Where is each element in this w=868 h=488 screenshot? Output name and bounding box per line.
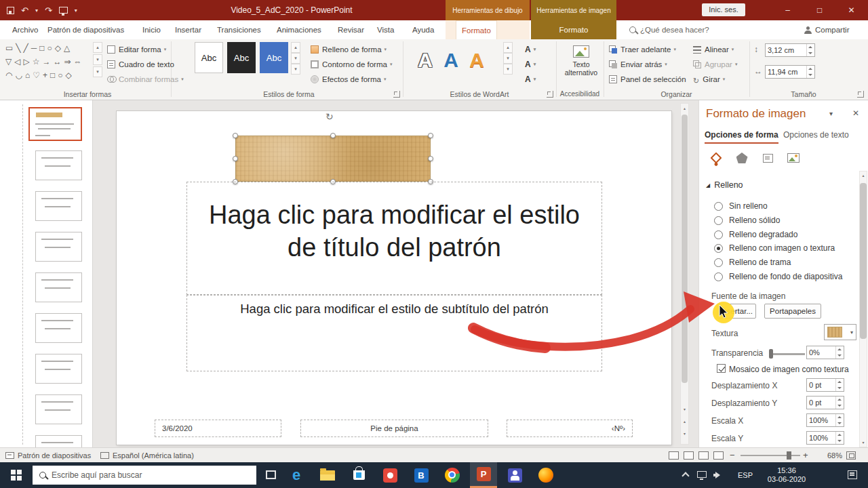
blue-b-app-icon[interactable]: B	[408, 462, 435, 488]
slide-thumbnail[interactable]	[35, 191, 82, 221]
shape-outline-button[interactable]: Contorno de forma	[311, 58, 392, 70]
scroll-down-icon[interactable]: ▾	[681, 405, 688, 414]
edit-shape-button[interactable]: Editar forma	[107, 43, 166, 56]
save-icon[interactable]	[7, 7, 14, 14]
slideshow-view-button[interactable]	[713, 451, 724, 460]
gallery-more-icon[interactable]: ▾	[503, 64, 513, 75]
title-placeholder[interactable]: Haga clic para modificar el estilo de tí…	[186, 182, 602, 295]
bring-forward-button[interactable]: Traer adelante	[609, 43, 676, 56]
pane-options-chevron-icon[interactable]: ▾	[829, 110, 833, 117]
zoom-in-button[interactable]: +	[803, 448, 808, 463]
slide-number-placeholder[interactable]: ‹Nº›	[507, 420, 633, 437]
tab-opciones-de-forma[interactable]: Opciones de forma	[705, 130, 778, 144]
radio-relleno-fondo[interactable]: Relleno de fondo de diapositiva	[714, 271, 842, 282]
selection-handle[interactable]	[233, 133, 238, 138]
zoom-level[interactable]: 68%	[818, 448, 842, 463]
transparency-input[interactable]	[807, 346, 835, 359]
spinner-up-icon[interactable]	[807, 44, 814, 50]
tell-me-box[interactable]: ¿Qué desea hacer?	[629, 20, 709, 39]
spinner-down-icon[interactable]	[836, 385, 844, 391]
tab-patron-de-diapositivas[interactable]: Patrón de diapositivas	[42, 20, 130, 39]
tile-checkbox[interactable]	[717, 364, 726, 373]
slide-thumbnail[interactable]	[35, 272, 82, 302]
store-icon[interactable]	[345, 462, 372, 488]
gallery-scroll-down-icon[interactable]: ▾	[503, 53, 513, 64]
selection-handle[interactable]	[428, 156, 433, 161]
zoom-slider-thumb[interactable]	[787, 451, 791, 460]
task-view-button[interactable]	[266, 470, 276, 479]
scale-y-input[interactable]	[807, 432, 835, 444]
scroll-down-icon[interactable]: ▾	[859, 438, 867, 447]
wordart-style-swatch[interactable]: A	[414, 41, 437, 80]
rotate-button[interactable]: ↻Girar	[693, 73, 725, 85]
slide-sorter-view-button[interactable]	[684, 451, 694, 460]
size-properties-category-icon[interactable]	[756, 149, 779, 167]
send-backward-button[interactable]: Enviar atrás	[609, 58, 667, 70]
shape-fill-button[interactable]: Relleno de forma	[311, 43, 387, 56]
maximize-button[interactable]: □	[804, 0, 835, 20]
text-box-button[interactable]: Cuadro de texto	[107, 58, 174, 70]
taskbar-search[interactable]	[33, 466, 256, 485]
slide-thumbnail[interactable]	[35, 435, 82, 447]
gallery-more-icon[interactable]: ▾	[291, 64, 300, 75]
selection-handle[interactable]	[233, 156, 238, 161]
dialog-launcher-icon[interactable]	[857, 91, 864, 98]
close-button[interactable]: ✕	[835, 0, 867, 20]
tray-expand-icon[interactable]	[682, 472, 689, 479]
relleno-section-header[interactable]: ◢Relleno	[706, 180, 743, 190]
language-indicator[interactable]: ESP	[734, 462, 757, 488]
gallery-scroll-up-icon[interactable]: ▴	[93, 42, 102, 53]
scrollbar-thumb[interactable]	[682, 115, 688, 383]
slide-canvas[interactable]: ↻ Haga clic para modificar el estilo de …	[117, 111, 671, 445]
powerpoint-icon[interactable]: P	[470, 462, 497, 488]
spinner-up-icon[interactable]	[807, 66, 814, 72]
fill-category-icon[interactable]	[705, 149, 728, 167]
wordart-style-swatch[interactable]: A	[465, 41, 488, 80]
spinner-up-icon[interactable]	[836, 432, 844, 438]
view-name[interactable]: Patrón de diapositivas	[18, 448, 91, 463]
wordart-style-swatch[interactable]: A	[439, 41, 462, 80]
tab-revisar[interactable]: Revisar	[332, 20, 370, 39]
radio-relleno-degradado[interactable]: Relleno degradado	[714, 229, 797, 240]
height-input[interactable]	[766, 44, 806, 56]
transparency-slider-thumb[interactable]	[769, 349, 773, 359]
language-status[interactable]: Español (América latina)	[113, 448, 194, 463]
selected-shape[interactable]	[235, 136, 431, 182]
selection-handle[interactable]	[428, 133, 433, 138]
tab-inicio[interactable]: Inicio	[137, 20, 166, 39]
subtitle-placeholder[interactable]: Haga clic para modificar el estilo de su…	[186, 295, 602, 371]
teams-icon[interactable]	[501, 462, 528, 488]
tab-transiciones[interactable]: Transiciones	[212, 20, 267, 39]
spinner-down-icon[interactable]	[836, 438, 844, 444]
gallery-scroll-down-icon[interactable]: ▾	[93, 54, 102, 65]
scroll-up-icon[interactable]: ▴	[681, 104, 688, 113]
qat-customize-icon[interactable]: ▾	[75, 7, 77, 14]
previous-slide-icon[interactable]: ▴	[681, 417, 688, 426]
merge-shapes-button[interactable]: Combinar formas	[107, 73, 184, 85]
spinner-up-icon[interactable]	[836, 414, 844, 420]
spinner-up-icon[interactable]	[836, 346, 844, 352]
share-button[interactable]: Compartir	[804, 20, 849, 39]
dialog-launcher-icon[interactable]	[393, 91, 400, 98]
radio-relleno-imagen-textura[interactable]: Relleno con imagen o textura	[714, 243, 835, 253]
radio-sin-relleno[interactable]: Sin relleno	[714, 201, 768, 211]
undo-caret-icon[interactable]: ▾	[35, 7, 38, 14]
spinner-down-icon[interactable]	[836, 420, 844, 426]
spinner-down-icon[interactable]	[807, 72, 814, 78]
shape-gallery-row[interactable]: ▽◁▷☆→↔⇒⇔	[5, 56, 92, 68]
text-fill-button[interactable]: A	[525, 43, 536, 56]
search-input[interactable]	[52, 470, 250, 480]
slide-thumbnail[interactable]	[35, 354, 82, 384]
slide-thumbnail[interactable]	[35, 150, 82, 180]
width-input[interactable]	[766, 66, 806, 78]
offset-y-input[interactable]	[807, 396, 835, 409]
volume-icon[interactable]	[713, 472, 722, 479]
shape-gallery-row[interactable]: ◠◡⌂♡+□○◇	[5, 69, 92, 81]
shape-gallery-row[interactable]: ▭╲╱─□○◇△	[5, 42, 92, 54]
network-icon[interactable]	[697, 471, 707, 478]
picture-category-icon[interactable]	[782, 149, 805, 167]
spinner-up-icon[interactable]	[836, 379, 844, 385]
spinner-down-icon[interactable]	[836, 403, 844, 409]
gallery-more-icon[interactable]: ▾	[93, 66, 102, 77]
tab-animaciones[interactable]: Animaciones	[271, 20, 327, 39]
